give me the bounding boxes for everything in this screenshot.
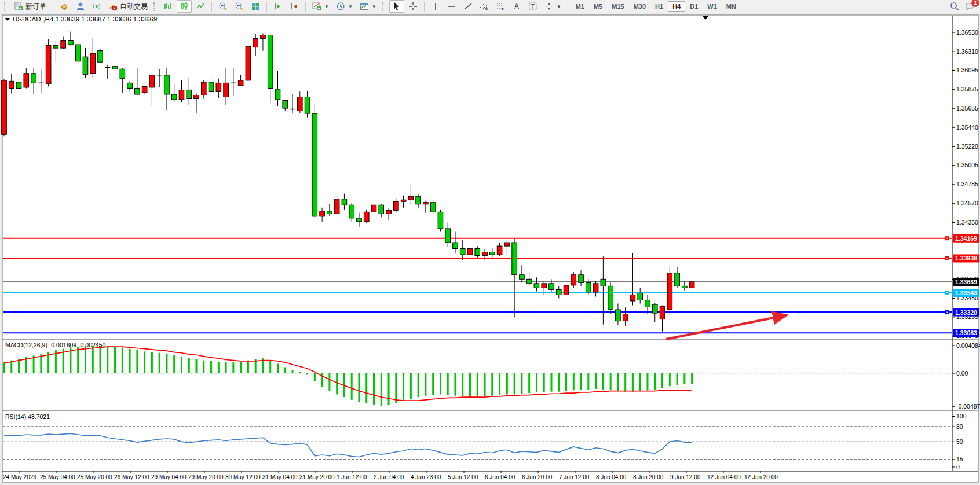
candle-body: [467, 249, 473, 255]
macd-bar: [624, 373, 626, 392]
macd-bar: [683, 373, 685, 384]
rsi-axis-label: 50: [956, 438, 963, 445]
candle-body: [16, 82, 21, 89]
macd-bar: [358, 373, 360, 402]
macd-bar: [440, 373, 441, 394]
candle-body: [24, 74, 29, 87]
macd-bar: [514, 373, 515, 394]
date-label: 8 Jun 20:00: [633, 474, 664, 480]
date-label: 12 Jun 04:00: [707, 474, 741, 480]
date-label: 8 Jun 04:00: [596, 474, 627, 480]
candle-body: [645, 300, 650, 307]
date-label: 2 Jun 04:00: [374, 474, 404, 480]
rsi-axis-label: 0: [956, 464, 960, 471]
candle-body: [652, 304, 657, 313]
candle-body: [675, 273, 680, 286]
macd-bar: [677, 373, 678, 385]
candle-body: [179, 90, 184, 100]
price-axis-label: 1.34785: [956, 181, 978, 188]
date-label: 25 May 20:00: [77, 474, 112, 480]
candle-body: [497, 246, 502, 255]
candle-body: [534, 284, 539, 288]
macd-bar: [432, 373, 434, 395]
macd-bar: [521, 373, 522, 394]
candle-body: [342, 199, 347, 205]
date-label: 7 Jun 12:00: [559, 474, 590, 480]
candle-body: [194, 95, 199, 98]
date-label: 24 May 2023: [3, 474, 36, 480]
candle-body: [305, 97, 310, 113]
candle-body: [349, 205, 354, 218]
price-line-badge-label: 1.33938: [955, 255, 977, 262]
macd-bar: [269, 361, 271, 373]
candle-body: [31, 74, 36, 83]
price-axis-label: 1.35655: [956, 105, 978, 112]
candle-body: [416, 196, 421, 204]
macd-bar: [92, 346, 94, 373]
candle-body: [638, 293, 643, 300]
macd-bar: [284, 367, 286, 373]
macd-bar: [365, 373, 367, 403]
macd-bar: [639, 373, 641, 391]
candle-body: [408, 196, 414, 200]
candle-body: [127, 83, 133, 88]
macd-bar: [277, 364, 279, 373]
price-line-badge-label: 1.34169: [955, 235, 977, 242]
macd-bar: [33, 355, 35, 373]
macd-bar: [477, 373, 478, 397]
macd-bar: [536, 373, 537, 392]
macd-bar: [232, 362, 234, 373]
macd-bar: [617, 373, 619, 391]
macd-bar: [506, 373, 508, 394]
candle-body: [453, 242, 458, 249]
macd-bar: [469, 373, 471, 397]
candle-body: [364, 212, 369, 222]
candle-body: [201, 82, 206, 95]
macd-bar: [351, 373, 353, 400]
macd-bar: [210, 361, 212, 373]
candle-body: [2, 80, 7, 134]
rsi-axis-label: 100: [956, 413, 967, 420]
candle-body: [261, 35, 266, 39]
macd-bar: [122, 347, 123, 373]
macd-bar: [580, 373, 582, 390]
candle-body: [608, 286, 613, 310]
macd-label: MACD(12,26,9) -0.001609 -0.002450: [5, 341, 106, 348]
candle-body: [423, 203, 429, 204]
candle-body: [542, 284, 547, 288]
macd-bar: [314, 373, 316, 381]
date-label: 29 May 20:00: [188, 474, 224, 480]
macd-bar: [218, 362, 220, 373]
chart-frame: [2, 15, 978, 482]
macd-bar: [669, 373, 671, 386]
date-label: 1 Jun 12:00: [337, 474, 367, 480]
candle-body: [504, 242, 510, 246]
candle-body: [526, 279, 532, 284]
candle-body: [275, 89, 280, 100]
candle-body: [371, 205, 376, 212]
candle-body: [379, 205, 384, 214]
macd-bar: [151, 352, 153, 373]
candle-body: [394, 201, 399, 210]
macd-bar: [203, 361, 204, 373]
candle-body: [9, 81, 14, 88]
date-label: 25 May 04:00: [40, 474, 75, 480]
macd-bar: [691, 373, 693, 384]
line-handle-dot: [947, 312, 948, 313]
date-label: 31 May 20:00: [299, 474, 335, 480]
candle-body: [490, 252, 495, 255]
price-line-badge-label: 1.33543: [955, 289, 977, 296]
macd-axis-label: -0.004872: [956, 403, 980, 410]
candle-body: [90, 53, 96, 74]
macd-bar: [388, 373, 390, 405]
macd-bar: [447, 373, 449, 395]
macd-bar: [114, 347, 116, 373]
date-label: 9 Jun 12:00: [670, 474, 701, 480]
macd-bar: [100, 346, 101, 373]
macd-bar: [240, 362, 242, 373]
price-axis-label: 1.35875: [956, 86, 978, 93]
candle-body: [475, 249, 480, 256]
macd-bar: [166, 354, 167, 373]
macd-bar: [491, 373, 493, 396]
rsi-axis-label: 80: [956, 423, 963, 430]
